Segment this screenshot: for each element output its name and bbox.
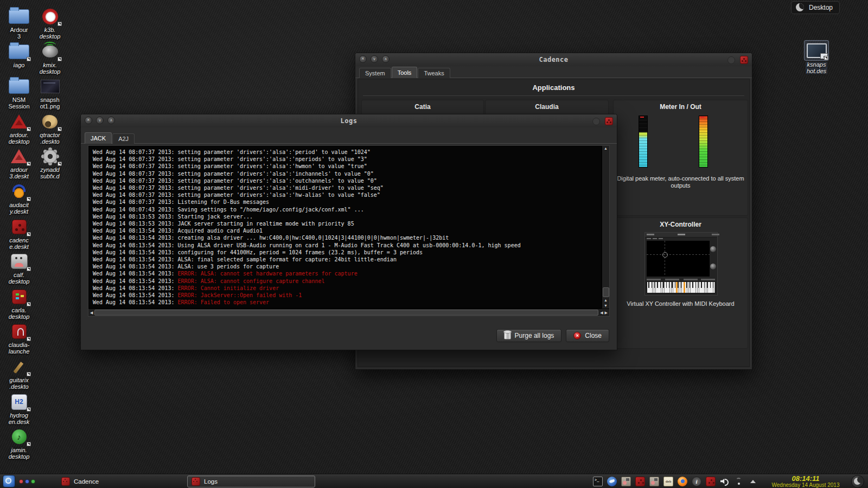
scroll-down-icon[interactable]: ▼ <box>604 303 608 309</box>
vertical-scrollbar[interactable]: ▲ ▲ ▼ <box>602 146 609 309</box>
scrollbar-thumb[interactable] <box>603 287 609 297</box>
scroll-right-icon[interactable]: ▶ <box>605 311 608 315</box>
taskbar-item-cadence[interactable]: Cadence <box>57 476 185 487</box>
desktop-icon-kmix[interactable]: kmix. desktop <box>35 42 65 75</box>
desktop-icon-label: carla. desktop <box>9 307 30 320</box>
ksnapshot-icon <box>807 43 827 58</box>
volume-tray-icon[interactable] <box>720 477 730 486</box>
desktop-icon-image[interactable]: snapsh ot1.png <box>35 76 65 110</box>
desktop-icon-ardour2[interactable]: ardour 3.deskt <box>4 146 34 179</box>
scroll-left-icon[interactable]: ◀ <box>90 311 93 315</box>
taskbar-item-logs[interactable]: Logs <box>187 476 315 487</box>
pager-dot[interactable] <box>31 479 35 484</box>
pager-dot[interactable] <box>19 479 23 484</box>
window-menu-icon[interactable] <box>592 118 600 125</box>
log-line: Wed Aug 14 08:13:54 2013: creating alsa … <box>93 234 601 241</box>
scrollbar-thumb[interactable] <box>94 310 598 316</box>
desktop-icon-qtractor[interactable]: qtractor .deskto <box>35 112 65 145</box>
xy-knob <box>710 246 717 253</box>
window-menu-icon[interactable] <box>727 56 735 64</box>
desktop-icon-claudia[interactable]: claudia- launche <box>4 322 34 355</box>
purge-all-logs-button[interactable]: Purge all logs <box>496 329 562 342</box>
xy-knob <box>710 263 717 270</box>
xy-controller-thumbnail[interactable] <box>644 232 718 296</box>
desktop-icon-jamin[interactable]: jamin. desktop <box>4 427 34 460</box>
image-icon <box>41 80 60 93</box>
ardour-icon <box>11 114 27 129</box>
desktop-icon-guitarix[interactable]: guitarix .deskto <box>4 357 34 390</box>
thunderbird-tray-icon[interactable] <box>607 477 617 486</box>
package-tray-icon[interactable] <box>621 477 631 486</box>
clock-date: Wednesday 14 August 2013 <box>764 483 847 488</box>
pager-dot[interactable] <box>25 479 29 484</box>
logs-tab-jack[interactable]: JACK <box>85 132 112 144</box>
xy-controller-panel: XY-Controller Virtual XY Controller with… <box>613 217 748 349</box>
activity-pager[interactable] <box>19 479 35 484</box>
desktop-icon-folder[interactable]: Ardour 3 <box>4 7 34 40</box>
expand-tray-icon[interactable] <box>748 477 758 486</box>
desktop-icon-hydrogen[interactable]: hydrog en.desk <box>4 392 34 425</box>
log-line: Wed Aug 14 08:07:37 2013: setting parame… <box>93 163 601 170</box>
desktop-icon-ksnapshot[interactable]: ksnaps hot.des <box>801 40 832 74</box>
folder-icon <box>9 9 29 24</box>
network-tray-icon[interactable] <box>734 477 744 486</box>
desktop-icon-ardour[interactable]: ardour. desktop <box>4 112 34 145</box>
meter-out <box>699 115 708 168</box>
log-lines: Wed Aug 14 08:07:37 2013: setting parame… <box>93 149 601 306</box>
desktop-icon-calf[interactable]: calf. desktop <box>4 252 34 285</box>
scroll-up-icon[interactable]: ▲ <box>604 298 608 303</box>
desktop-icon-label: k3b. desktop <box>40 27 61 40</box>
clock[interactable]: 08:14:11 Wednesday 14 August 2013 <box>764 474 847 488</box>
cadence-app-icon <box>605 117 613 125</box>
desktop-icon-folder[interactable]: NSM Session <box>4 76 34 110</box>
xy-caption: Virtual XY Controller with MIDI Keyboard <box>617 300 744 307</box>
log-line: Wed Aug 14 08:07:37 2013: setting parame… <box>93 170 601 177</box>
zyn-icon <box>43 150 57 163</box>
meter-out-fill <box>699 116 707 167</box>
desktop-icon-carla[interactable]: carla. desktop <box>4 287 34 320</box>
panel-cashew-icon[interactable] <box>851 475 864 488</box>
desktop-icon-zyn[interactable]: zynadd subfx.d <box>35 146 65 179</box>
cadence-tab-tools[interactable]: Tools <box>392 67 418 78</box>
package-tray-icon[interactable] <box>649 477 659 486</box>
log-line: Wed Aug 14 08:13:54 2013: ALSA: final se… <box>93 256 601 263</box>
meter-peak-marker <box>700 117 704 118</box>
close-button-label: Close <box>585 332 602 339</box>
close-button[interactable]: Close <box>566 329 609 342</box>
desktop-icon-audacity[interactable]: audacit y.deskt <box>4 182 34 215</box>
desktop-icon-folder-link[interactable]: iago <box>4 42 34 69</box>
xy-panel-title: XY-Controller <box>614 218 748 228</box>
shortcut-badge <box>27 267 31 271</box>
scroll-up-icon[interactable]: ▲ <box>604 146 608 151</box>
desktop-icon-k3b[interactable]: k3b. desktop <box>35 7 65 40</box>
info-tray-icon[interactable] <box>692 477 701 486</box>
scroll-left-icon[interactable]: ◀ <box>600 311 603 315</box>
trash-icon <box>504 331 511 339</box>
cadence-titlebar[interactable]: Cadence <box>355 53 752 66</box>
desktop-icon-cadence[interactable]: cadenc e.deskt <box>4 217 34 250</box>
cadence-tray-icon[interactable] <box>635 477 645 486</box>
firefox-tray-icon[interactable] <box>678 477 687 486</box>
window-title: Cadence <box>355 56 752 63</box>
cadence-tab-tweaks[interactable]: Tweaks <box>418 68 450 78</box>
desktop-icon-label: calf. desktop <box>9 272 30 285</box>
log-text-area[interactable]: Wed Aug 14 08:07:37 2013: setting parame… <box>88 146 602 309</box>
start-menu-button[interactable] <box>3 475 15 487</box>
desktop-icon-label: ardour 3.deskt <box>9 167 28 179</box>
log-line: Wed Aug 14 08:13:54 2013: ALSA: use 3 pe… <box>93 263 601 270</box>
deb-tray-icon[interactable] <box>663 477 673 486</box>
terminal-tray-icon[interactable] <box>593 477 603 486</box>
shortcut-badge <box>27 337 31 341</box>
desktop-icon-label: cadenc e.deskt <box>9 237 28 250</box>
cadence-tabbar: SystemToolsTweaks <box>355 66 752 78</box>
cadence-tab-system[interactable]: System <box>359 68 391 78</box>
xy-pad <box>647 241 710 277</box>
audacity-icon <box>11 184 27 198</box>
log-line: Wed Aug 14 08:13:54 2013: ERROR: ALSA: c… <box>93 270 601 277</box>
task-list: CadenceLogs <box>57 476 315 487</box>
logs-tab-a2j[interactable]: A2J <box>112 133 135 144</box>
horizontal-scrollbar[interactable]: ◀ ◀ ▶ <box>88 309 609 316</box>
logs-titlebar[interactable]: Logs <box>81 114 617 127</box>
cadence-tray-icon[interactable] <box>706 477 716 486</box>
desktop-icon-label: snapsh ot1.png <box>40 97 60 110</box>
